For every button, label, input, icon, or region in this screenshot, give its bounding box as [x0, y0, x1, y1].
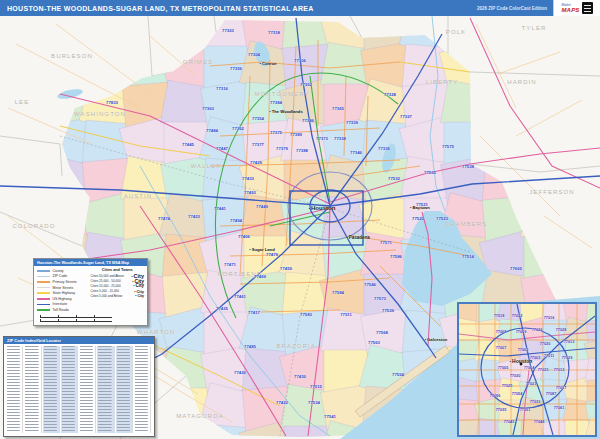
inset-canvas: [459, 304, 595, 435]
legend-label: ZIP Code: [53, 274, 68, 278]
zip-index-column: [97, 346, 114, 434]
zip-index-column: [79, 346, 96, 434]
legend-city-label: Cities 25,000 - 50,000: [91, 279, 121, 283]
zip-index-column: [116, 346, 133, 434]
logo-text-main: MAPS: [561, 7, 579, 13]
legend-cities: Cities and Towns Cities 50,000 and Above…: [91, 268, 145, 313]
zip-index-column: [134, 346, 151, 434]
legend-city-label: Cities 10,000 - 25,000: [91, 284, 121, 288]
legend-city-sample: City: [134, 289, 144, 294]
scale-bar-miles: [40, 315, 112, 318]
legend-swatch: [37, 270, 50, 272]
legend-swatch: [37, 276, 50, 278]
legend-label: US Highway: [53, 297, 72, 301]
zip-index-body: [4, 344, 154, 435]
legend-city-label: Cities 5,000 and Below: [91, 294, 123, 298]
legend-label: Minor Streets: [53, 286, 74, 290]
legend-city-label: Cities 50,000 and Above: [91, 274, 125, 278]
zip-index-column: [24, 346, 41, 434]
map-poster: HOUSTON-THE WOODLANDS-SUGAR LAND, TX MET…: [0, 0, 600, 439]
edition-label: 2026 ZIP Code ColorCast Edition: [477, 6, 553, 11]
legend-scale: [40, 315, 141, 322]
publisher-logo: Market MAPS: [553, 0, 600, 16]
legend-city-label: Cities 5,000 - 10,000: [91, 289, 120, 293]
zip-index-title: ZIP Code Index/Grid Locator: [4, 337, 154, 344]
title-bar: HOUSTON-THE WOODLANDS-SUGAR LAND, TX MET…: [0, 0, 600, 16]
zip-index-column: [43, 346, 60, 434]
logo-seal-icon: [582, 2, 593, 14]
inset-city-dot: [520, 363, 523, 366]
legend-swatch: [37, 292, 50, 294]
legend-city-item: Cities 5,000 - 10,000City: [91, 289, 145, 294]
legend-swatch: [37, 309, 50, 311]
legend-label: County: [53, 269, 64, 273]
legend-city-sample: City: [135, 294, 144, 298]
zip-index-column: [6, 346, 23, 434]
legend-label: Interstate: [53, 302, 68, 306]
legend-label: Toll Roads: [53, 308, 69, 312]
zip-index-column: [61, 346, 78, 434]
legend-label: Primary Streets: [53, 280, 77, 284]
main-map[interactable]: BURLESONLEEWASHINGTONGRIMESMONTGOMERYAUS…: [0, 16, 600, 439]
legend-line-item: Toll Roads: [37, 307, 91, 313]
map-legend: Houston-The Woodlands-Sugar Land, TX MSA…: [33, 258, 148, 326]
inset-zip-patchwork: [459, 304, 595, 435]
legend-city-items: Cities 50,000 and AboveCityCities 25,000…: [91, 273, 145, 299]
zip-area: [587, 380, 595, 404]
page-title: HOUSTON-THE WOODLANDS-SUGAR LAND, TX MET…: [0, 5, 477, 12]
legend-swatch: [37, 298, 50, 300]
legend-line-items: CountyZIP CodePrimary StreetsMinor Stree…: [37, 268, 91, 313]
scale-bar-km: [40, 319, 112, 322]
legend-swatch: [37, 304, 50, 306]
legend-title: Houston-The Woodlands-Sugar Land, TX MSA…: [34, 259, 147, 266]
legend-body: CountyZIP CodePrimary StreetsMinor Stree…: [34, 266, 147, 314]
legend-swatch: [37, 281, 50, 283]
logo-text: Market MAPS: [561, 4, 579, 13]
zip-index-table: ZIP Code Index/Grid Locator: [3, 336, 155, 437]
legend-cities-header: Cities and Towns: [91, 268, 145, 272]
legend-label: State Highway: [53, 291, 76, 295]
legend-city-item: Cities 5,000 and BelowCity: [91, 294, 145, 299]
legend-swatch: [37, 287, 50, 289]
inset-map-downtown: 7701877022770167700977008770267702877007…: [457, 302, 597, 437]
